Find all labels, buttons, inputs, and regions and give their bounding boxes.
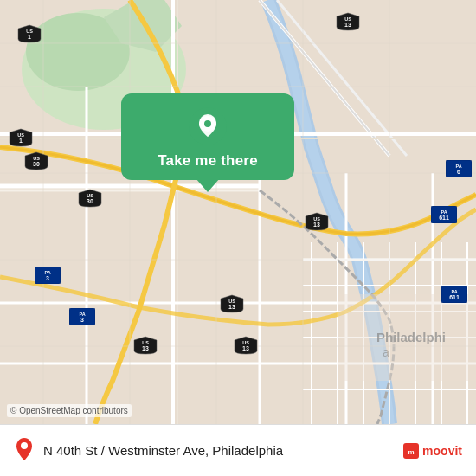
svg-text:m: m [408, 448, 415, 456]
moovit-text: moovit [422, 444, 462, 458]
location-name: N 40th St / Westminster Ave, Philadelphi… [43, 443, 403, 458]
callout-box: Take me there [121, 93, 294, 180]
location-icon-wrap [14, 436, 35, 466]
svg-point-80 [204, 120, 211, 127]
location-pin-icon [189, 107, 227, 145]
moovit-icon: m [403, 443, 419, 459]
moovit-logo: m moovit [403, 443, 462, 459]
svg-text:a: a [383, 345, 389, 359]
map-attribution: © OpenStreetMap contributors [7, 404, 132, 417]
map-container: Philadelphi a US 1 US 1 [0, 0, 476, 424]
bottom-bar: N 40th St / Westminster Ave, Philadelphi… [0, 424, 476, 476]
navigation-callout: Take me there [121, 93, 294, 180]
svg-point-81 [21, 442, 28, 449]
svg-text:Philadelphi: Philadelphi [376, 330, 446, 344]
destination-pin-icon [14, 436, 35, 462]
take-me-there-label[interactable]: Take me there [158, 152, 258, 170]
